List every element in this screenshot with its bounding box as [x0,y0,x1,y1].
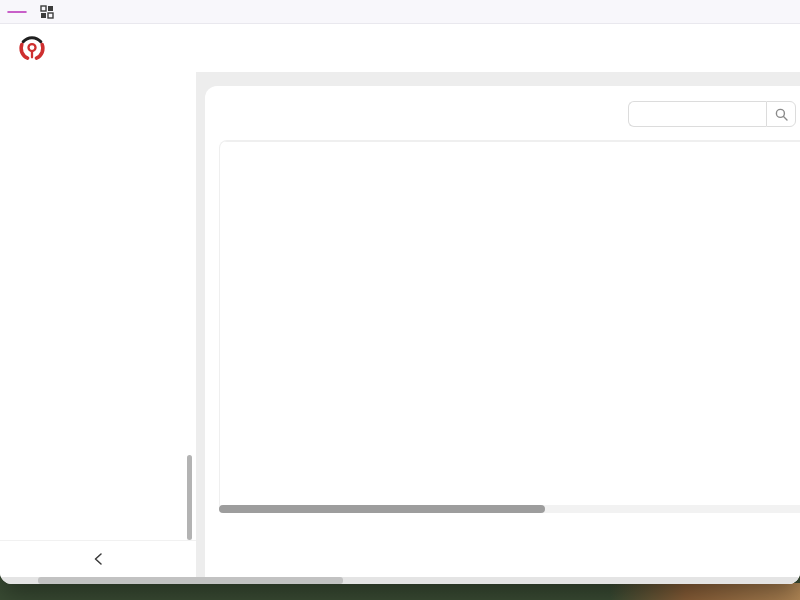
window-horizontal-scrollbar [0,577,800,584]
main-region [0,72,800,577]
app-header-logo[interactable] [0,24,800,72]
desktop-wallpaper-accent [610,583,800,600]
sidebar-collapse-button[interactable] [84,547,112,571]
app-window [0,0,800,584]
window-horizontal-scrollbar-thumb[interactable] [38,577,343,584]
garage-logo-icon [17,33,47,63]
content-area [196,72,800,577]
table-header-row [220,141,800,142]
customer-list-card [205,86,800,584]
chevron-left-icon [93,553,103,565]
search-group [628,101,796,127]
table-horizontal-scrollbar-thumb[interactable] [219,505,545,513]
sidebar-footer [0,540,196,577]
search-input[interactable] [628,101,766,127]
customer-table [219,140,800,506]
search-icon [775,108,788,121]
sidebar-menu [0,72,196,540]
sidebar-scrollbar-thumb[interactable] [187,455,192,540]
workspace-badge[interactable] [7,11,27,13]
apps-grid-icon[interactable] [40,5,54,19]
browser-topbar [0,0,800,24]
table-horizontal-scrollbar [219,505,800,513]
search-button[interactable] [766,101,796,127]
sidebar [0,72,196,577]
